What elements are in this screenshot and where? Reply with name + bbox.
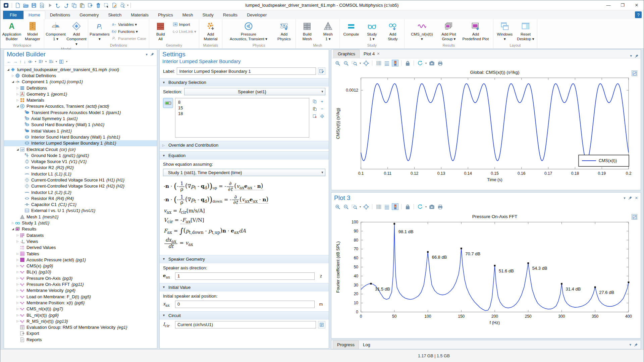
- new-icon[interactable]: [14, 2, 21, 9]
- add-to-selection-icon[interactable]: +: [319, 98, 325, 105]
- tree-item[interactable]: ◢Results: [4, 226, 157, 232]
- preview-icon[interactable]: [38, 2, 46, 9]
- tree-item[interactable]: ▷BL_nl(x(t)){pg8}: [4, 312, 157, 318]
- collapsed-arrow-icon[interactable]: ▷: [15, 307, 20, 310]
- dropdown-caret-icon[interactable]: ▾: [56, 60, 57, 63]
- clear-selection-icon[interactable]: [311, 113, 318, 119]
- help-button[interactable]: ?: [635, 11, 642, 18]
- tree-item[interactable]: Inductor L2(L2) {L2}: [4, 189, 157, 195]
- print-icon[interactable]: [437, 60, 443, 66]
- select-icon[interactable]: [103, 2, 110, 9]
- ribbon-button-add-study[interactable]: Add Study: [383, 20, 403, 43]
- dropdown-caret-icon[interactable]: ▾: [35, 60, 36, 63]
- tree-item[interactable]: ▷Global Definitions: [4, 72, 157, 79]
- refresh-icon[interactable]: [417, 203, 423, 210]
- section-initial-value[interactable]: ▼Initial Value: [160, 283, 329, 292]
- ribbon-button-add-material[interactable]: Add Material: [201, 20, 221, 43]
- move-down-icon[interactable]: ↓: [24, 59, 26, 64]
- dropdown-caret-icon[interactable]: ▾: [425, 205, 427, 208]
- tree-item[interactable]: Evaluation Group: RMS of Membrane Veloci…: [4, 324, 157, 330]
- collapsed-arrow-icon[interactable]: ▷: [15, 277, 20, 280]
- back-icon[interactable]: ←: [7, 59, 11, 64]
- tree-item[interactable]: Voltage Source V1(V1) {V1}: [4, 158, 157, 164]
- expanded-arrow-icon[interactable]: ◢: [15, 148, 20, 151]
- tab-log[interactable]: Log: [359, 341, 374, 349]
- panel-menu-icon[interactable]: ▾: [624, 196, 626, 200]
- tree-item[interactable]: ▷Views: [4, 238, 157, 244]
- forward-icon[interactable]: →: [13, 59, 17, 64]
- dropdown-caret-icon[interactable]: ▾: [66, 60, 67, 63]
- tree-item[interactable]: ▷Membrane Velocity{pg4}: [4, 288, 157, 294]
- tree-item[interactable]: ◢lumped_loudspeaker_driver_transient_61.…: [4, 66, 157, 72]
- ribbon-button-compute[interactable]: Compute: [341, 20, 361, 43]
- selection-list-item[interactable]: 8: [178, 99, 306, 105]
- ribbon-button-app-builder[interactable]: AApplication Builder: [2, 20, 22, 43]
- lock-icon[interactable]: [404, 203, 411, 210]
- collapsed-arrow-icon[interactable]: ▷: [15, 87, 20, 90]
- tree-item[interactable]: ▷Definitions: [4, 85, 157, 91]
- columns-icon[interactable]: [59, 59, 64, 64]
- dropdown-caret-icon[interactable]: ▾: [425, 62, 427, 65]
- extents-icon[interactable]: [363, 60, 369, 66]
- maximize-button[interactable]: ❐: [615, 0, 630, 10]
- ribbon-tab-definitions[interactable]: Definitions: [45, 11, 75, 19]
- xax-input[interactable]: 0: [175, 301, 315, 308]
- tree-item[interactable]: ▷Materials: [4, 97, 157, 103]
- extents-icon[interactable]: [363, 203, 369, 210]
- ribbon-button-cms-plot[interactable]: CMS_nl(x(t)) ▾: [406, 20, 438, 43]
- duplicate-icon[interactable]: [87, 2, 94, 9]
- ribbon-button-add-component[interactable]: Add Component ▾: [66, 20, 87, 46]
- tree-item[interactable]: ◢Component 1(comp1) {comp1}: [4, 79, 157, 85]
- tree-item[interactable]: ▷Pressure On-Axis FFT{pg11}: [4, 281, 157, 287]
- collapsed-arrow-icon[interactable]: ▷: [15, 240, 20, 243]
- pin-icon[interactable]: [150, 52, 154, 56]
- ribbon-button-add-plot-group[interactable]: Add Plot Group ▾: [439, 20, 459, 43]
- ribbon-button-import[interactable]: Import: [171, 21, 198, 27]
- fft-plot[interactable]: Pressure On-Axis FFT05010015020025030035…: [332, 212, 640, 338]
- pin-icon[interactable]: [635, 54, 639, 58]
- zoom-out-icon[interactable]: [342, 203, 349, 210]
- tree-item[interactable]: I(U)External I vs. U 1(IvsU1) {IvsU1}: [4, 208, 157, 214]
- tree-item[interactable]: ▷Study 1{std1}: [4, 220, 157, 226]
- equation-study-combo[interactable]: Study 1 {std1}, Time Dependent {time}▼: [163, 169, 325, 176]
- ribbon-button-reset-desktop[interactable]: Reset Desktop ▾: [516, 20, 536, 43]
- collapsed-arrow-icon[interactable]: ▷: [15, 289, 20, 292]
- close-tab-icon[interactable]: ✕: [377, 52, 380, 56]
- tree-item[interactable]: DGround Node 1(gnd1) {gnd1}: [4, 152, 157, 158]
- collapsed-arrow-icon[interactable]: ▷: [15, 295, 20, 298]
- zoom-to-selection-icon[interactable]: [319, 113, 325, 119]
- close-panel-icon[interactable]: ✕: [635, 196, 638, 200]
- tree-item[interactable]: Reports: [4, 337, 157, 343]
- panel-menu-icon[interactable]: ▾: [630, 54, 632, 58]
- refresh-icon[interactable]: [417, 60, 423, 66]
- ribbon-button-add-physics[interactable]: Add Physics: [274, 20, 294, 43]
- section-speaker-geometry[interactable]: ▼Speaker Geometry: [160, 255, 329, 263]
- tree-item[interactable]: ◢Electrical Circuit(cir) {cir}: [4, 146, 157, 152]
- ribbon-button-windows[interactable]: Windows ▾: [495, 20, 515, 43]
- collapsed-arrow-icon[interactable]: ▷: [15, 93, 20, 96]
- tree-item[interactable]: DSound Hard Boundary (Wall) 1{shb1}: [4, 122, 157, 128]
- print-icon[interactable]: [437, 203, 443, 210]
- tree-item[interactable]: ▷CMS_nl(x(t)){pg7}: [4, 306, 157, 312]
- ribbon-button-component[interactable]: Component 1 ▾: [46, 20, 66, 46]
- tree-item[interactable]: Interior Sound Hard Boundary (Wall) 1{is…: [4, 134, 157, 140]
- tree-item[interactable]: Export: [4, 330, 157, 337]
- circuit-list-button[interactable]: [318, 321, 325, 328]
- ribbon-button-functions[interactable]: f(x)Functions ▾: [110, 29, 148, 34]
- ribbon-button-variables[interactable]: a=Variables ▾: [110, 21, 148, 27]
- tree-item[interactable]: Resistor R4(R4) {R4}: [4, 195, 157, 201]
- zoom-out-icon[interactable]: [342, 60, 349, 66]
- ribbon-tab-physics[interactable]: Physics: [153, 11, 178, 19]
- tree-item[interactable]: Resistor R2(R2) {R2}: [4, 165, 157, 171]
- ribbon-button-mesh1[interactable]: Mesh 1 ▾: [318, 20, 338, 43]
- pin-icon[interactable]: [634, 343, 638, 347]
- tree-item[interactable]: ▷CMS(x){pg9}: [4, 263, 157, 269]
- tree-item[interactable]: ▷Acoustic Pressure (actd){pg1}: [4, 257, 157, 263]
- tree-item[interactable]: ◢Pressure Acoustics, Transient(actd) {ac…: [4, 103, 157, 109]
- ribbon-tab-study[interactable]: Study: [198, 11, 218, 19]
- selection-list[interactable]: 81518: [175, 98, 309, 138]
- ribbon-button-build-all[interactable]: Build All: [151, 20, 171, 43]
- ribbon-tab-file[interactable]: File: [3, 11, 23, 19]
- grid-y-icon[interactable]: [383, 60, 390, 66]
- camera-icon[interactable]: [428, 60, 435, 66]
